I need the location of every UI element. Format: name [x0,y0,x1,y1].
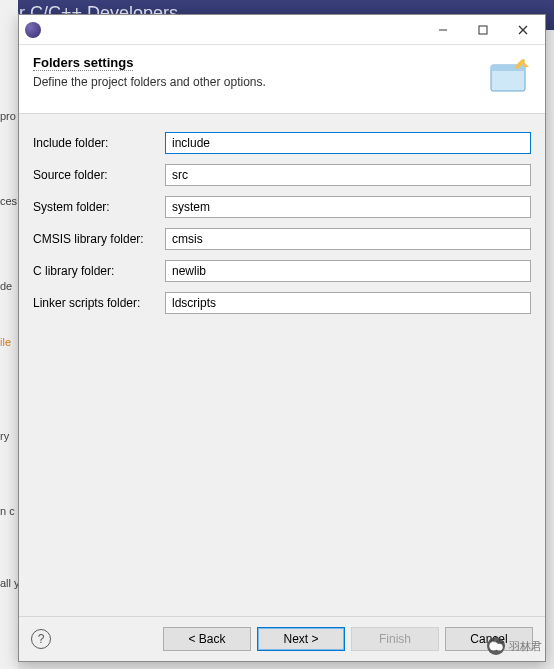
minimize-button[interactable] [423,16,463,44]
page-title: Folders settings [33,55,133,71]
close-button[interactable] [503,16,543,44]
background-sidebar-strip: pro ces de ile ry n c all y [0,0,18,669]
label-cmsis-folder: CMSIS library folder: [33,232,165,246]
dialog-titlebar [19,15,545,45]
label-system-folder: System folder: [33,200,165,214]
row-clib-folder: C library folder: [33,260,531,282]
page-description: Define the project folders and other opt… [33,75,477,89]
row-system-folder: System folder: [33,196,531,218]
next-button[interactable]: Next > [257,627,345,651]
wizard-dialog: Folders settings Define the project fold… [18,14,546,662]
label-include-folder: Include folder: [33,136,165,150]
form-area: Include folder: Source folder: System fo… [19,114,545,616]
input-source-folder[interactable] [165,164,531,186]
help-button[interactable]: ? [31,629,51,649]
input-clib-folder[interactable] [165,260,531,282]
input-cmsis-folder[interactable] [165,228,531,250]
eclipse-icon [25,22,41,38]
back-button[interactable]: < Back [163,627,251,651]
row-linker-folder: Linker scripts folder: [33,292,531,314]
cancel-button[interactable]: Cancel [445,627,533,651]
row-include-folder: Include folder: [33,132,531,154]
dialog-header: Folders settings Define the project fold… [19,45,545,114]
finish-button: Finish [351,627,439,651]
button-bar: ? < Back Next > Finish Cancel [19,616,545,661]
input-system-folder[interactable] [165,196,531,218]
maximize-button[interactable] [463,16,503,44]
label-linker-folder: Linker scripts folder: [33,296,165,310]
row-cmsis-folder: CMSIS library folder: [33,228,531,250]
input-include-folder[interactable] [165,132,531,154]
label-source-folder: Source folder: [33,168,165,182]
folder-wizard-icon [487,55,531,99]
input-linker-folder[interactable] [165,292,531,314]
row-source-folder: Source folder: [33,164,531,186]
label-clib-folder: C library folder: [33,264,165,278]
svg-rect-1 [479,26,487,34]
